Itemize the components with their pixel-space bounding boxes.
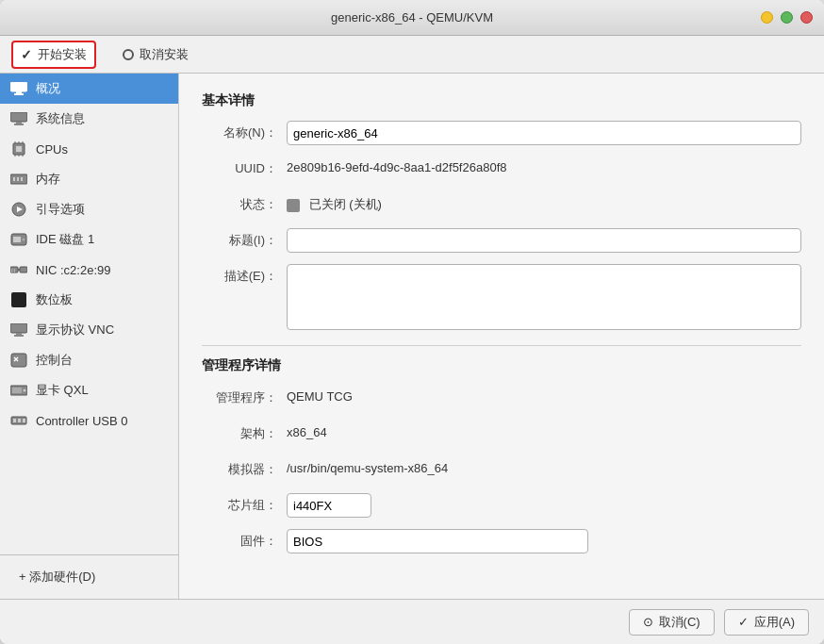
sidebar-item-controller_usb[interactable]: Controller USB 0 xyxy=(0,405,178,436)
sidebar-label-console: 控制台 xyxy=(36,352,73,369)
main-layout: 概况 系统信息 CPUs 内存 引导选项 IDE 磁盘 1 {-} NIC :c… xyxy=(0,74,824,599)
name-label: 名称(N)： xyxy=(202,121,287,141)
cancel-install-label: 取消安装 xyxy=(140,46,189,63)
toolbar: ✓ 开始安装 取消安装 xyxy=(0,36,824,74)
status-icon xyxy=(287,199,300,212)
emulator-label: 模拟器： xyxy=(202,457,287,478)
sidebar-label-controller_usb: Controller USB 0 xyxy=(36,414,128,428)
sidebar: 概况 系统信息 CPUs 内存 引导选项 IDE 磁盘 1 {-} NIC :c… xyxy=(0,74,179,599)
radio-icon xyxy=(123,49,134,60)
svg-text:{-}: {-} xyxy=(11,268,16,272)
sidebar-label-ide_disk1: IDE 磁盘 1 xyxy=(36,231,94,248)
cancel-install-button[interactable]: 取消安装 xyxy=(115,42,196,67)
svg-point-22 xyxy=(23,239,25,241)
sidebar-item-cpus[interactable]: CPUs xyxy=(0,134,178,164)
name-row: 名称(N)： xyxy=(202,121,801,147)
sidebar-label-cpus: CPUs xyxy=(36,142,68,157)
apply-icon: ✓ xyxy=(738,615,749,629)
close-button[interactable] xyxy=(800,11,813,24)
chipset-row: 芯片组： i440FX Q35 xyxy=(202,493,801,520)
chipset-select[interactable]: i440FX Q35 xyxy=(287,493,371,518)
sidebar-label-nic: NIC :c2:2e:99 xyxy=(36,263,111,277)
sidebar-label-sysinfo: 系统信息 xyxy=(36,110,85,127)
arch-value: x86_64 xyxy=(287,421,801,439)
hypervisor-label: 管理程序： xyxy=(202,386,287,406)
sidebar-icon-display_vnc xyxy=(9,321,28,339)
sidebar-item-gpu_qxl[interactable]: 显卡 QXL xyxy=(0,375,178,405)
section-divider xyxy=(202,345,801,346)
sidebar-icon-overview xyxy=(9,79,28,98)
svg-rect-35 xyxy=(12,388,22,393)
sidebar-label-gpu_qxl: 显卡 QXL xyxy=(36,382,89,399)
desc-row: 描述(E)： xyxy=(202,264,801,330)
svg-rect-4 xyxy=(16,122,22,124)
svg-rect-7 xyxy=(16,146,22,152)
svg-rect-15 xyxy=(13,177,15,181)
footer: ⊙ 取消(C) ✓ 应用(A) xyxy=(0,599,824,644)
minimize-button[interactable] xyxy=(761,11,773,24)
maximize-button[interactable] xyxy=(781,11,793,24)
sidebar-icon-controller_usb xyxy=(9,411,28,430)
content-area: 基本详情 名称(N)： UUID： 2e809b16-9efd-4d9c-8aa… xyxy=(179,74,824,599)
sidebar-item-ide_disk1[interactable]: IDE 磁盘 1 xyxy=(0,224,178,255)
window-title: generic-x86_64 - QEMU/KVM xyxy=(331,10,493,25)
desc-textarea[interactable] xyxy=(287,264,801,330)
svg-rect-39 xyxy=(18,419,21,422)
sidebar-icon-console xyxy=(9,351,28,370)
sidebar-item-overview[interactable]: 概况 xyxy=(0,74,178,104)
sidebar-item-console[interactable]: 控制台 xyxy=(0,345,178,375)
sidebar-icon-nic: {-} xyxy=(9,260,28,279)
apply-button[interactable]: ✓ 应用(A) xyxy=(724,609,809,636)
begin-install-button[interactable]: ✓ 开始安装 xyxy=(11,41,96,69)
main-window: generic-x86_64 - QEMU/KVM ✓ 开始安装 取消安装 概况… xyxy=(0,0,824,644)
add-hardware-button[interactable]: + 添加硬件(D) xyxy=(8,563,171,591)
sidebar-icon-ide_disk1 xyxy=(9,230,28,249)
hypervisor-value: QEMU TCG xyxy=(287,386,801,404)
svg-rect-16 xyxy=(17,177,19,181)
title-row: 标题(I)： xyxy=(202,228,801,255)
svg-rect-21 xyxy=(13,237,21,242)
sidebar-label-display_vnc: 显示协议 VNC xyxy=(36,322,114,339)
desc-label: 描述(E)： xyxy=(202,264,287,285)
sidebar-item-boot[interactable]: 引导选项 xyxy=(0,194,178,224)
uuid-value: 2e809b16-9efd-4d9c-8aa1-d2f5f26a80f8 xyxy=(287,157,801,174)
hypervisor-row: 管理程序： QEMU TCG xyxy=(202,386,801,412)
title-label: 标题(I)： xyxy=(202,228,287,249)
apply-label: 应用(A) xyxy=(754,614,795,631)
sidebar-item-memory[interactable]: 内存 xyxy=(0,164,178,194)
firmware-select-container: BIOS UEFI xyxy=(287,529,588,553)
emulator-value: /usr/bin/qemu-system-x86_64 xyxy=(287,457,801,475)
svg-rect-28 xyxy=(10,323,27,333)
titlebar: generic-x86_64 - QEMU/KVM xyxy=(0,0,824,36)
sidebar-item-sysinfo[interactable]: 系统信息 xyxy=(0,104,178,134)
arch-label: 架构： xyxy=(202,421,287,442)
cancel-label: 取消(C) xyxy=(659,614,700,631)
status-value: 已关闭 (关机) xyxy=(287,192,801,213)
name-input[interactable] xyxy=(287,121,801,145)
cancel-icon: ⊙ xyxy=(643,615,653,629)
sidebar-item-nic[interactable]: {-} NIC :c2:2e:99 xyxy=(0,255,178,285)
cancel-button[interactable]: ⊙ 取消(C) xyxy=(629,609,715,636)
begin-install-label: 开始安装 xyxy=(38,46,87,63)
sidebar-icon-boot xyxy=(9,200,28,219)
sidebar-item-tablet[interactable]: 数位板 xyxy=(0,285,178,315)
svg-rect-24 xyxy=(20,267,27,272)
sidebar-label-overview: 概况 xyxy=(36,80,60,97)
check-icon: ✓ xyxy=(21,47,32,62)
sidebar-icon-memory xyxy=(9,170,28,189)
arch-row: 架构： x86_64 xyxy=(202,421,801,448)
sidebar-item-display_vnc[interactable]: 显示协议 VNC xyxy=(0,315,178,345)
chipset-select-container: i440FX Q35 xyxy=(287,493,371,518)
title-input[interactable] xyxy=(287,228,801,253)
sidebar-items: 概况 系统信息 CPUs 内存 引导选项 IDE 磁盘 1 {-} NIC :c… xyxy=(0,74,178,436)
firmware-select[interactable]: BIOS UEFI xyxy=(287,529,588,553)
svg-rect-0 xyxy=(10,82,27,91)
svg-rect-38 xyxy=(13,419,16,422)
svg-rect-27 xyxy=(11,292,26,307)
svg-rect-1 xyxy=(16,91,22,93)
sidebar-icon-tablet xyxy=(9,290,28,309)
chipset-label: 芯片组： xyxy=(202,493,287,514)
svg-rect-29 xyxy=(16,333,22,335)
svg-rect-5 xyxy=(14,124,24,125)
svg-rect-3 xyxy=(10,112,27,122)
